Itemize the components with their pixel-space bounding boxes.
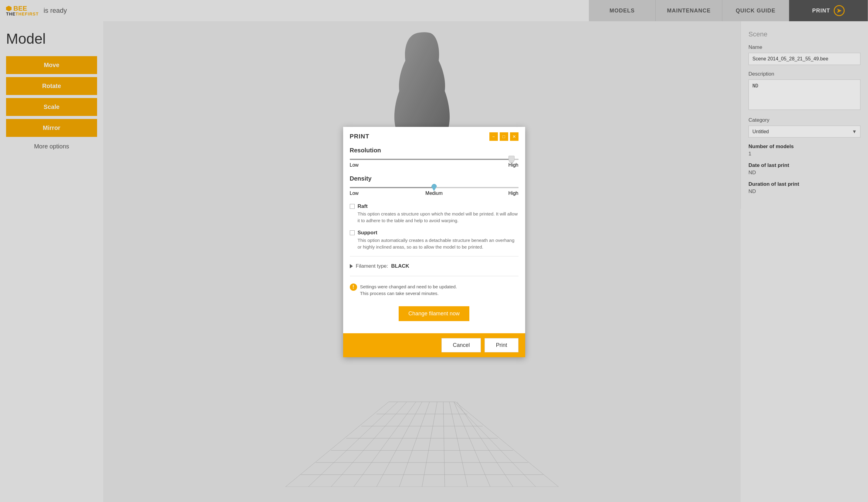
- print-modal: PRINT − □ ✕ Resolution Low High: [343, 127, 525, 357]
- modal-controls: − □ ✕: [489, 132, 518, 141]
- raft-description: This option creates a structure upon whi…: [358, 211, 518, 224]
- modal-maximize-btn[interactable]: □: [500, 132, 508, 141]
- divider-2: [350, 276, 518, 276]
- density-low-label: Low: [350, 191, 359, 196]
- modal-minimize-btn[interactable]: −: [489, 132, 498, 141]
- raft-section: Raft This option creates a structure upo…: [350, 203, 518, 224]
- support-description: This option automatically creates a deta…: [358, 237, 518, 251]
- resolution-title: Resolution: [350, 147, 518, 154]
- support-section: Support This option automatically create…: [350, 230, 518, 251]
- resolution-low-label: Low: [350, 162, 359, 168]
- warning-icon: !: [350, 284, 357, 291]
- support-checkbox[interactable]: [350, 230, 355, 235]
- resolution-high-label: High: [508, 162, 518, 168]
- modal-close-btn[interactable]: ✕: [510, 132, 518, 141]
- modal-footer: Cancel Print: [343, 333, 525, 357]
- support-row: Support: [350, 230, 518, 236]
- filament-expand-icon[interactable]: [350, 264, 353, 268]
- density-thumb[interactable]: [431, 184, 437, 191]
- change-filament-btn[interactable]: Change filament now: [399, 306, 469, 321]
- warning-text: Settings were changed and need to be upd…: [360, 284, 457, 297]
- modal-body: Resolution Low High Density: [343, 141, 525, 333]
- support-label: Support: [358, 230, 378, 236]
- density-title: Density: [350, 175, 518, 182]
- resolution-fill: [350, 159, 512, 160]
- resolution-thumb[interactable]: [508, 156, 515, 163]
- modal-header: PRINT − □ ✕: [343, 127, 525, 141]
- filament-type-label: Filament type:: [356, 263, 388, 269]
- resolution-track[interactable]: [350, 159, 518, 160]
- modal-title: PRINT: [350, 133, 370, 140]
- density-slider-container: Low Medium High: [350, 187, 518, 196]
- density-fill: [350, 187, 434, 188]
- density-high-label: High: [508, 191, 518, 196]
- density-medium-label: Medium: [425, 191, 443, 196]
- modal-overlay: PRINT − □ ✕ Resolution Low High: [0, 0, 868, 502]
- warning-box: ! Settings were changed and need to be u…: [350, 280, 518, 300]
- density-track[interactable]: [350, 187, 518, 188]
- filament-type-value: BLACK: [391, 263, 409, 269]
- density-labels: Low Medium High: [350, 191, 518, 196]
- raft-row: Raft: [350, 203, 518, 209]
- raft-label: Raft: [358, 203, 368, 209]
- cancel-button[interactable]: Cancel: [442, 338, 481, 352]
- divider-1: [350, 256, 518, 256]
- filament-row: Filament type: BLACK: [350, 261, 518, 272]
- resolution-slider-container: Low High: [350, 159, 518, 168]
- raft-checkbox[interactable]: [350, 204, 355, 209]
- print-button[interactable]: Print: [485, 338, 518, 352]
- resolution-labels: Low High: [350, 162, 518, 168]
